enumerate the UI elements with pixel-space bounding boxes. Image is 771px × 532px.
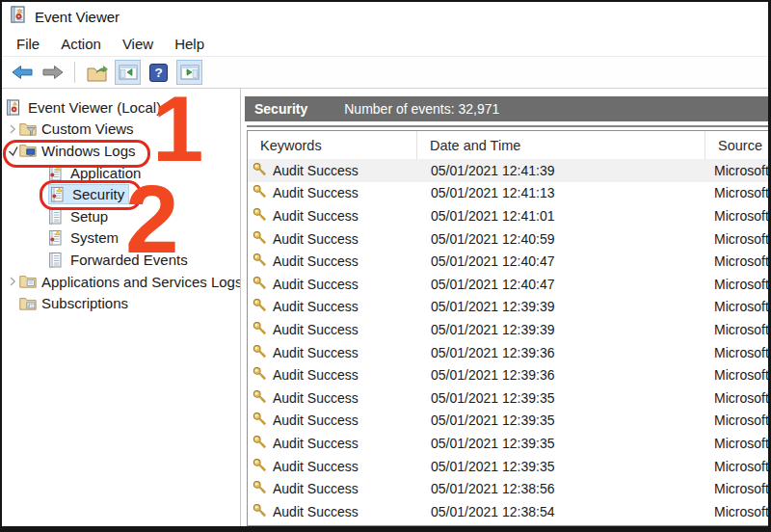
keyword-label: Audit Success <box>273 481 359 496</box>
datetime-label: 05/01/2021 12:38:54 <box>417 504 705 519</box>
key-icon <box>253 503 267 520</box>
chevron-right-icon[interactable] <box>6 277 19 286</box>
tree-item-label: Event Viewer (Local) <box>25 99 161 116</box>
key-icon <box>253 344 267 361</box>
tree-item-subscriptions[interactable]: Subscriptions <box>2 292 240 314</box>
table-row[interactable]: Audit Success 05/01/2021 12:40:47 Micros… <box>248 250 768 273</box>
table-row[interactable]: Audit Success 05/01/2021 12:38:54 Micros… <box>248 500 768 523</box>
pane-divider <box>247 125 768 127</box>
event-table: Keywords Date and Time Source Audit Succ… <box>247 130 768 526</box>
menu-file[interactable]: File <box>6 33 50 55</box>
tree-item-windows-logs[interactable]: Windows Logs <box>2 140 240 162</box>
show-action-pane-button[interactable] <box>176 60 202 85</box>
table-row[interactable]: Audit Success 05/01/2021 12:40:59 Micros… <box>248 227 768 251</box>
table-row[interactable]: Audit Success 05/01/2021 12:41:13 Micros… <box>248 182 768 205</box>
key-icon <box>253 458 267 475</box>
keyword-label: Audit Success <box>273 231 359 247</box>
event-table-body: Audit Success 05/01/2021 12:41:39 Micros… <box>248 159 768 525</box>
open-saved-log-button[interactable] <box>84 60 110 85</box>
forward-button[interactable] <box>40 60 66 85</box>
datetime-label: 05/01/2021 12:39:35 <box>417 459 705 474</box>
column-header-source[interactable]: Source <box>705 131 768 159</box>
source-label: Microsoft <box>705 253 768 269</box>
table-row[interactable]: Audit Success 05/01/2021 12:38:56 Micros… <box>248 477 768 500</box>
table-row[interactable]: Audit Success 05/01/2021 12:40:47 Micros… <box>248 273 768 296</box>
system-log-icon <box>48 229 67 246</box>
key-icon <box>253 276 267 293</box>
event-viewer-app-icon <box>10 6 26 27</box>
keyword-label: Audit Success <box>273 185 359 200</box>
datetime-label: 05/01/2021 12:38:56 <box>417 481 705 496</box>
menu-action[interactable]: Action <box>50 33 112 55</box>
tree-item-forwarded-events[interactable]: Forwarded Events <box>2 249 240 271</box>
application-log-icon <box>48 165 67 181</box>
key-icon <box>253 480 267 497</box>
keyword-label: Audit Success <box>273 299 359 314</box>
source-label: Microsoft <box>705 277 768 292</box>
table-row[interactable]: Audit Success 05/01/2021 12:39:39 Micros… <box>248 318 768 341</box>
services-logs-folder-icon <box>19 275 39 288</box>
tree-item-label: Applications and Services Logs <box>39 274 241 290</box>
chevron-right-icon[interactable] <box>6 124 19 134</box>
security-log-icon <box>50 186 69 202</box>
column-header-date-time[interactable]: Date and Time <box>417 131 705 159</box>
tree-item-security[interactable]: Security <box>2 183 240 205</box>
table-row[interactable]: Audit Success 05/01/2021 12:41:39 Micros… <box>248 159 768 182</box>
datetime-label: 05/01/2021 12:40:47 <box>417 277 705 292</box>
chevron-expanded-icon[interactable] <box>6 146 19 156</box>
help-icon: ? <box>149 64 168 82</box>
menu-bar: File Action View Help <box>2 31 768 57</box>
table-row[interactable]: Audit Success 05/01/2021 12:39:35 Micros… <box>248 386 768 410</box>
tree-item-event-viewer-local[interactable]: Event Viewer (Local) <box>2 96 240 119</box>
svg-text:?: ? <box>154 66 162 80</box>
event-count-label: Number of events: 32,971 <box>344 101 499 117</box>
menu-help[interactable]: Help <box>164 33 215 55</box>
table-row[interactable]: Audit Success 05/01/2021 12:39:36 Micros… <box>248 363 768 386</box>
keyword-label: Audit Success <box>273 322 359 337</box>
keyword-label: Audit Success <box>273 345 359 360</box>
datetime-label: 05/01/2021 12:41:39 <box>417 163 705 178</box>
tree-item-label: Windows Logs <box>39 143 136 159</box>
keyword-label: Audit Success <box>273 412 359 428</box>
tree-item-system[interactable]: System <box>2 227 240 250</box>
back-icon <box>12 65 33 80</box>
table-row[interactable]: Audit Success 05/01/2021 12:39:35 Micros… <box>248 410 768 433</box>
tree-item-application[interactable]: Application <box>2 162 240 184</box>
tree-item-label: Forwarded Events <box>67 252 188 268</box>
title-bar: Event Viewer <box>2 2 768 31</box>
key-icon <box>253 253 267 270</box>
table-row[interactable]: Audit Success 05/01/2021 12:39:36 Micros… <box>248 341 768 364</box>
help-button[interactable]: ? <box>146 60 172 85</box>
datetime-label: 05/01/2021 12:40:59 <box>417 231 705 247</box>
toolbar: ? <box>2 57 768 89</box>
source-label: Microsoft <box>705 481 768 496</box>
table-row[interactable]: Audit Success 05/01/2021 12:39:35 Micros… <box>248 455 768 478</box>
keyword-label: Audit Success <box>273 459 359 474</box>
table-row[interactable]: Audit Success 05/01/2021 12:39:35 Micros… <box>248 432 768 455</box>
results-pane-header: Security Number of events: 32,971 <box>245 96 768 121</box>
source-label: Microsoft <box>705 390 768 406</box>
custom-views-folder-icon <box>19 122 39 136</box>
show-action-pane-icon <box>180 65 199 80</box>
show-console-tree-button[interactable] <box>115 60 141 85</box>
tree-item-label: Custom Views <box>39 120 134 137</box>
table-row[interactable]: Audit Success 05/01/2021 12:41:01 Micros… <box>248 204 768 227</box>
key-icon <box>253 162 267 179</box>
table-row[interactable]: Audit Success 05/01/2021 12:39:39 Micros… <box>248 296 768 319</box>
windows-logs-folder-icon <box>19 144 39 157</box>
source-label: Microsoft <box>705 367 768 383</box>
back-button[interactable] <box>9 60 35 85</box>
tree-item-setup[interactable]: Setup <box>2 205 240 227</box>
datetime-label: 05/01/2021 12:39:39 <box>417 299 705 314</box>
keyword-label: Audit Success <box>273 163 359 178</box>
tree-item-custom-views[interactable]: Custom Views <box>2 119 240 141</box>
tree-item-applications-services-logs[interactable]: Applications and Services Logs <box>2 271 240 293</box>
tree-item-label: Application <box>67 165 141 181</box>
column-header-keywords[interactable]: Keywords <box>248 131 417 159</box>
source-label: Microsoft <box>705 504 768 519</box>
source-label: Microsoft <box>705 208 768 224</box>
menu-view[interactable]: View <box>112 33 164 55</box>
datetime-label: 05/01/2021 12:39:39 <box>417 322 705 337</box>
tree-item-label: Setup <box>67 208 108 225</box>
datetime-label: 05/01/2021 12:39:36 <box>417 367 705 383</box>
